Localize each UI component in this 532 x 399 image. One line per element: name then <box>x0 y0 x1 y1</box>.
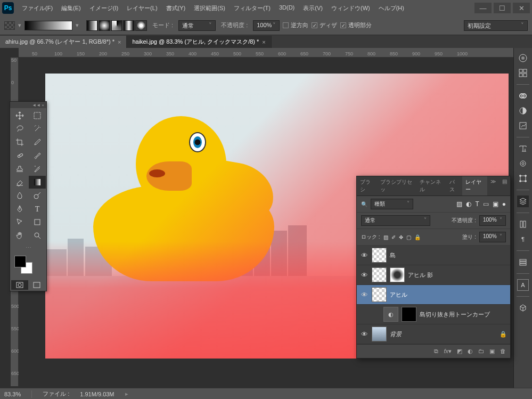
opacity-input[interactable]: 100% ˅ <box>253 20 280 31</box>
visibility-icon[interactable]: 👁 <box>360 291 369 299</box>
gradient-angle[interactable] <box>111 20 122 31</box>
visibility-icon[interactable]: 👁 <box>360 330 369 338</box>
filter-type-icon[interactable]: T <box>475 200 479 208</box>
fill-input[interactable]: 100% ˅ <box>479 232 506 242</box>
menu-layer[interactable]: レイヤー(L) <box>123 3 161 14</box>
healing-tool[interactable] <box>11 149 28 162</box>
blend-mode-select[interactable]: 通常 ˅ <box>361 215 430 226</box>
menu-help[interactable]: ヘルプ(H) <box>375 3 408 14</box>
eyedropper-tool[interactable] <box>29 136 46 149</box>
filter-toggle-icon[interactable]: ● <box>502 200 506 208</box>
dither-checkbox[interactable]: ディザ <box>312 21 337 29</box>
menu-file[interactable]: ファイル(F) <box>18 3 56 14</box>
minimize-button[interactable]: — <box>474 3 492 13</box>
character-icon[interactable] <box>517 143 529 154</box>
adjustment-layer-icon[interactable]: ◐ <box>468 348 473 355</box>
panel-menu-icon[interactable]: ▤ <box>499 176 510 196</box>
preset-select[interactable]: 初期設定˅ <box>464 20 528 31</box>
history-brush-tool[interactable] <box>29 162 46 175</box>
panel-flyout[interactable]: ≫ <box>487 176 499 196</box>
transform-icon[interactable] <box>517 173 529 184</box>
layers-icon[interactable] <box>517 196 529 207</box>
status-flyout-icon[interactable]: ▸ <box>125 390 128 397</box>
menu-select[interactable]: 選択範囲(S) <box>190 3 229 14</box>
menu-type[interactable]: 書式(Y) <box>162 3 190 14</box>
standard-mode[interactable] <box>11 280 28 290</box>
actions-icon[interactable] <box>517 218 529 230</box>
gradient-tool[interactable] <box>29 176 46 189</box>
layer-opacity-input[interactable]: 100% ˅ <box>479 215 506 226</box>
char-style-icon[interactable]: A <box>517 279 529 291</box>
pen-tool[interactable] <box>11 202 28 215</box>
layer-group-icon[interactable]: 🗀 <box>478 348 484 355</box>
nav-icon[interactable] <box>517 158 529 169</box>
menu-edit[interactable]: 編集(E) <box>58 3 85 14</box>
gradient-diamond[interactable] <box>135 20 147 31</box>
layer-fx-icon[interactable]: fx▾ <box>444 348 452 355</box>
swatches-icon[interactable] <box>517 67 529 79</box>
layer-item[interactable]: ◐島切り抜き用トーンカーブ <box>357 305 510 324</box>
transparency-checkbox[interactable]: 透明部分 <box>340 21 372 29</box>
eraser-tool[interactable] <box>11 176 28 189</box>
cclib-icon[interactable] <box>517 90 529 102</box>
foreground-color[interactable] <box>14 256 26 267</box>
tab-brush[interactable]: ブラシ <box>357 176 377 196</box>
delete-layer-icon[interactable]: 🗑 <box>500 348 506 355</box>
lock-artboard-icon[interactable]: ▢ <box>406 234 411 240</box>
layer-item[interactable]: 👁アヒル 影 <box>357 265 510 285</box>
filter-adjust-icon[interactable]: ◐ <box>466 200 471 208</box>
menu-view[interactable]: 表示(V) <box>299 3 326 14</box>
layer-item[interactable]: 👁背景🔒 <box>357 324 510 344</box>
color-icon[interactable] <box>517 52 529 64</box>
filter-smart-icon[interactable]: ▣ <box>493 200 498 208</box>
move-tool[interactable] <box>11 109 28 122</box>
menu-filter[interactable]: フィルター(T) <box>230 3 274 14</box>
zoom-tool[interactable] <box>29 229 46 242</box>
styles-icon[interactable] <box>517 120 529 132</box>
blur-tool[interactable] <box>11 189 28 202</box>
lock-position-icon[interactable]: ✥ <box>399 234 403 240</box>
tab-brushpreset[interactable]: ブラシプリセッ <box>377 176 416 196</box>
gradient-radial[interactable] <box>99 20 110 31</box>
link-layers-icon[interactable]: ⧉ <box>434 348 438 355</box>
maximize-button[interactable]: ☐ <box>494 3 511 13</box>
menu-3d[interactable]: 3D(D) <box>275 3 298 14</box>
layer-item[interactable]: 👁島 <box>357 246 510 265</box>
screen-mode[interactable] <box>29 280 46 290</box>
menu-window[interactable]: ウィンドウ(W) <box>328 3 374 14</box>
toolbox-header[interactable]: ◄◄ × <box>10 102 46 108</box>
gradient-linear[interactable] <box>86 20 98 31</box>
close-button[interactable]: ✕ <box>513 3 530 13</box>
lock-all-icon[interactable]: 🔒 <box>414 234 421 240</box>
tab-channels[interactable]: チャンネル <box>416 176 446 196</box>
doc-tab-0[interactable]: ahiru.jpg @ 66.7% (レイヤー 1, RGB/8*) *× <box>0 36 127 48</box>
close-icon[interactable]: × <box>118 39 121 45</box>
type-tool[interactable]: T <box>29 202 46 215</box>
color-swatches[interactable] <box>10 253 46 279</box>
tool-preset-picker[interactable] <box>4 21 15 30</box>
shape-tool[interactable] <box>29 216 46 229</box>
new-layer-icon[interactable]: ▣ <box>489 348 495 355</box>
3d-icon[interactable] <box>517 302 529 314</box>
layer-kind-select[interactable]: 種類 ˅ <box>371 199 413 209</box>
adjust-icon[interactable] <box>517 105 529 117</box>
doc-tab-1[interactable]: haikei.jpg @ 83.3% (アヒル, クイックマスク/8) *× <box>127 36 271 48</box>
reverse-checkbox[interactable]: 逆方向 <box>283 21 308 29</box>
lock-transparency-icon[interactable]: ▨ <box>383 234 388 240</box>
filter-shape-icon[interactable]: ▭ <box>483 200 489 208</box>
magic-wand-tool[interactable] <box>29 123 46 135</box>
marquee-tool[interactable] <box>29 109 46 122</box>
tab-paths[interactable]: パス <box>446 176 462 196</box>
paragraph-icon[interactable]: ¶ <box>517 233 529 245</box>
menu-image[interactable]: イメージ(I) <box>86 3 122 14</box>
gradient-preview[interactable] <box>24 21 72 30</box>
close-icon[interactable]: × <box>262 39 265 45</box>
mode-select[interactable]: 通常 ˅ <box>178 20 216 31</box>
lock-paint-icon[interactable]: ✐ <box>391 234 396 240</box>
brush-tool[interactable] <box>29 149 46 162</box>
lasso-tool[interactable] <box>11 123 28 135</box>
gradient-reflected[interactable] <box>123 20 135 31</box>
path-select-tool[interactable] <box>11 216 28 229</box>
stamp-tool[interactable] <box>11 162 28 175</box>
visibility-icon[interactable]: 👁 <box>360 251 369 259</box>
